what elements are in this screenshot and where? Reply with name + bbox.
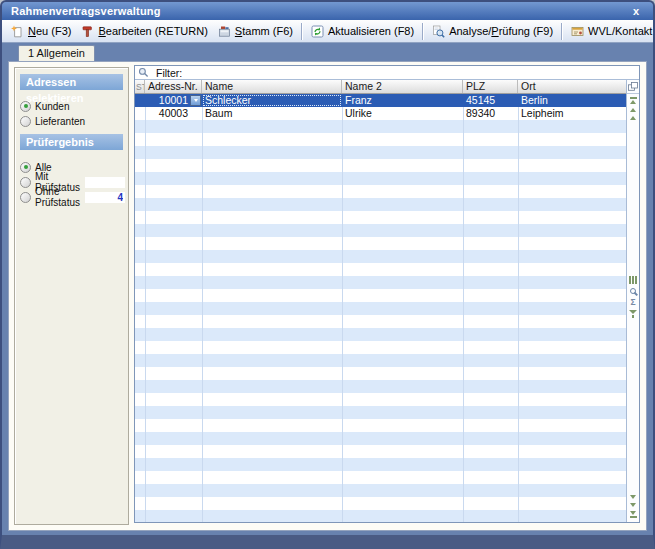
refresh-icon	[311, 25, 324, 38]
column-header-name2[interactable]: Name 2	[342, 80, 463, 93]
column-chooser-icon[interactable]	[627, 80, 639, 94]
scroll-page-down-icon[interactable]	[630, 503, 636, 507]
cell-adress-nr[interactable]: 10001	[145, 94, 202, 107]
radio-icon	[20, 177, 31, 188]
section-header-pruefergebnis: Prüfergebnis	[20, 134, 123, 150]
cell-plz[interactable]: 45145	[463, 94, 518, 107]
app-window: Rahmenvertragsverwaltung x Neu (F3) Bear…	[0, 0, 655, 549]
analyse-pruefung-button[interactable]: Analyse/Prüfung (F9)	[427, 23, 558, 40]
column-separator	[202, 94, 203, 522]
scroll-page-up-icon[interactable]	[630, 108, 636, 112]
radio-lieferanten[interactable]: Lieferanten	[20, 114, 125, 128]
new-document-icon	[11, 25, 24, 38]
toolbar: Neu (F3) Bearbeiten (RETURN) Stamm (F6) …	[2, 20, 653, 43]
column-separator	[518, 94, 519, 522]
radio-ohne-pruefstatus[interactable]: Ohne Prüfstatus	[20, 190, 125, 204]
grid-filter-row[interactable]: Filter:	[135, 66, 639, 80]
toolbar-separator	[422, 23, 424, 40]
grid-side-rail: Σ	[626, 80, 639, 522]
window-title: Rahmenvertragsverwaltung	[11, 5, 628, 17]
column-separator	[342, 94, 343, 522]
address-grid: Filter: ST Adress-Nr. Name Name 2 PLZ Or…	[134, 65, 640, 523]
titlebar: Rahmenvertragsverwaltung x	[2, 2, 653, 20]
cell-name[interactable]: Schlecker	[202, 94, 342, 107]
column-separator	[463, 94, 464, 522]
cell-name2[interactable]: Ulrike	[342, 107, 463, 120]
scroll-down-icon[interactable]	[630, 495, 636, 499]
close-icon[interactable]: x	[628, 5, 644, 17]
column-header-adress-nr[interactable]: Adress-Nr.	[145, 80, 202, 93]
cell-name2[interactable]: Franz	[342, 94, 463, 107]
content-panel: Adressen selektieren Kunden Lieferanten …	[8, 61, 647, 531]
scroll-up-icon[interactable]	[630, 116, 636, 120]
sidebar: Adressen selektieren Kunden Lieferanten …	[14, 67, 129, 525]
mit-pruefstatus-field[interactable]	[85, 177, 125, 188]
master-data-icon	[218, 25, 231, 38]
grid-header-row: ST Adress-Nr. Name Name 2 PLZ Ort	[135, 80, 626, 94]
cell-adress-nr[interactable]: 40003	[145, 107, 202, 120]
cell-plz[interactable]: 89340	[463, 107, 518, 120]
column-separator	[145, 94, 146, 522]
radio-icon	[20, 101, 31, 112]
column-header-name[interactable]: Name	[202, 80, 342, 93]
table-row[interactable]: 40003 Baum Ulrike 89340 Leipheim	[135, 107, 626, 120]
search-icon[interactable]	[630, 288, 636, 294]
scroll-top-icon[interactable]	[630, 97, 637, 104]
neu-button[interactable]: Neu (F3)	[6, 23, 76, 40]
edit-hammer-icon	[81, 25, 94, 38]
section-header-adressen: Adressen selektieren	[20, 74, 123, 90]
grid-rows: 10001 Schlecker Franz 45145 Berlin 40003…	[135, 94, 626, 522]
table-row[interactable]: 10001 Schlecker Franz 45145 Berlin	[135, 94, 626, 107]
ohne-pruefstatus-count-field[interactable]	[85, 192, 125, 203]
column-header-plz[interactable]: PLZ	[463, 80, 518, 93]
filter-search-icon	[138, 67, 149, 78]
filter-label: Filter:	[156, 67, 182, 79]
radio-icon	[20, 192, 31, 203]
cell-ort[interactable]: Berlin	[518, 94, 626, 107]
radio-icon	[20, 162, 31, 173]
toolbar-separator	[301, 23, 303, 40]
radio-icon	[20, 116, 31, 127]
column-header-st[interactable]: ST	[135, 80, 145, 93]
cell-ort[interactable]: Leipheim	[518, 107, 626, 120]
dropdown-button[interactable]	[190, 95, 201, 106]
sum-icon[interactable]: Σ	[630, 298, 635, 306]
column-header-ort[interactable]: Ort	[518, 80, 626, 93]
bearbeiten-button[interactable]: Bearbeiten (RETURN)	[76, 23, 212, 40]
cell-name[interactable]: Baum	[202, 107, 342, 120]
contact-card-icon	[571, 25, 584, 38]
stamm-button[interactable]: Stamm (F6)	[213, 23, 298, 40]
window-body: 1 Allgemein Adressen selektieren Kunden …	[2, 43, 653, 535]
columns-icon[interactable]	[629, 276, 637, 284]
aktualisieren-button[interactable]: Aktualisieren (F8)	[306, 23, 419, 40]
scroll-bottom-icon[interactable]	[630, 511, 637, 518]
filter-funnel-icon[interactable]	[629, 310, 637, 318]
wvl-kontakt-button[interactable]: WVL/Kontakt (F7)	[566, 23, 655, 40]
toolbar-separator	[561, 23, 563, 40]
radio-kunden[interactable]: Kunden	[20, 99, 125, 113]
analysis-icon	[432, 25, 445, 38]
tab-allgemein[interactable]: 1 Allgemein	[18, 45, 95, 61]
